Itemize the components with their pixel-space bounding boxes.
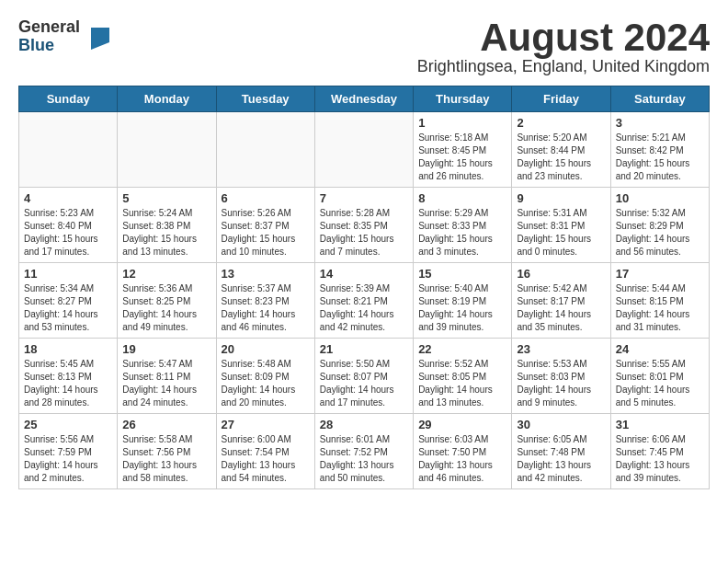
day-number: 24	[616, 342, 704, 356]
calendar-cell: 28Sunrise: 6:01 AMSunset: 7:52 PMDayligh…	[314, 414, 413, 489]
calendar-cell: 16Sunrise: 5:42 AMSunset: 8:17 PMDayligh…	[512, 263, 610, 339]
calendar-cell: 1Sunrise: 5:18 AMSunset: 8:45 PMDaylight…	[414, 112, 512, 188]
day-number: 25	[24, 418, 112, 431]
calendar-cell: 29Sunrise: 6:03 AMSunset: 7:50 PMDayligh…	[414, 414, 512, 489]
logo-blue-text: Blue	[18, 37, 80, 55]
calendar-cell: 4Sunrise: 5:23 AMSunset: 8:40 PMDaylight…	[19, 188, 118, 263]
week-row-0: 1Sunrise: 5:18 AMSunset: 8:45 PMDaylight…	[19, 112, 710, 188]
day-info: Sunrise: 5:58 AMSunset: 7:56 PMDaylight:…	[122, 433, 210, 485]
day-number: 1	[418, 116, 506, 130]
calendar-table: SundayMondayTuesdayWednesdayThursdayFrid…	[18, 86, 710, 489]
day-number: 5	[122, 191, 210, 205]
day-info: Sunrise: 5:23 AMSunset: 8:40 PMDaylight:…	[24, 207, 112, 259]
day-info: Sunrise: 5:53 AMSunset: 8:03 PMDaylight:…	[517, 358, 605, 409]
calendar-cell: 5Sunrise: 5:24 AMSunset: 8:38 PMDaylight…	[118, 188, 216, 263]
day-number: 15	[418, 267, 506, 281]
day-number: 28	[320, 418, 408, 431]
day-number: 9	[517, 191, 605, 205]
week-row-4: 25Sunrise: 5:56 AMSunset: 7:59 PMDayligh…	[19, 414, 710, 489]
calendar-cell: 10Sunrise: 5:32 AMSunset: 8:29 PMDayligh…	[610, 188, 709, 263]
calendar-cell: 11Sunrise: 5:34 AMSunset: 8:27 PMDayligh…	[19, 263, 118, 339]
calendar-cell	[118, 112, 216, 188]
week-row-1: 4Sunrise: 5:23 AMSunset: 8:40 PMDaylight…	[19, 188, 710, 263]
day-info: Sunrise: 5:29 AMSunset: 8:33 PMDaylight:…	[418, 207, 506, 259]
header-row: SundayMondayTuesdayWednesdayThursdayFrid…	[19, 86, 710, 112]
day-info: Sunrise: 5:34 AMSunset: 8:27 PMDaylight:…	[24, 282, 112, 334]
week-row-3: 18Sunrise: 5:45 AMSunset: 8:13 PMDayligh…	[19, 339, 710, 414]
day-info: Sunrise: 5:26 AMSunset: 8:37 PMDaylight:…	[222, 207, 310, 259]
day-number: 6	[222, 191, 310, 205]
day-info: Sunrise: 5:52 AMSunset: 8:05 PMDaylight:…	[418, 358, 506, 409]
day-number: 11	[24, 267, 112, 281]
day-info: Sunrise: 5:32 AMSunset: 8:29 PMDaylight:…	[616, 207, 704, 259]
header-tuesday: Tuesday	[216, 86, 314, 112]
day-info: Sunrise: 5:56 AMSunset: 7:59 PMDaylight:…	[24, 433, 112, 485]
day-info: Sunrise: 5:50 AMSunset: 8:07 PMDaylight:…	[320, 358, 408, 409]
day-number: 10	[616, 191, 704, 205]
day-info: Sunrise: 6:05 AMSunset: 7:48 PMDaylight:…	[517, 433, 605, 485]
day-info: Sunrise: 6:03 AMSunset: 7:50 PMDaylight:…	[418, 433, 506, 485]
calendar-cell: 2Sunrise: 5:20 AMSunset: 8:44 PMDaylight…	[512, 112, 610, 188]
day-number: 16	[517, 267, 605, 281]
logo-icon	[84, 24, 109, 50]
calendar-body: 1Sunrise: 5:18 AMSunset: 8:45 PMDaylight…	[19, 112, 710, 489]
day-number: 12	[122, 267, 210, 281]
calendar-cell	[19, 112, 118, 188]
day-number: 20	[222, 342, 310, 356]
day-number: 27	[222, 418, 310, 431]
day-info: Sunrise: 5:55 AMSunset: 8:01 PMDaylight:…	[616, 358, 704, 409]
calendar-cell	[314, 112, 413, 188]
header-friday: Friday	[512, 86, 610, 112]
calendar-cell: 23Sunrise: 5:53 AMSunset: 8:03 PMDayligh…	[512, 339, 610, 414]
day-info: Sunrise: 5:36 AMSunset: 8:25 PMDaylight:…	[122, 282, 210, 334]
calendar-cell: 26Sunrise: 5:58 AMSunset: 7:56 PMDayligh…	[118, 414, 216, 489]
calendar-cell: 13Sunrise: 5:37 AMSunset: 8:23 PMDayligh…	[216, 263, 314, 339]
page-header: General Blue August 2024 Brightlingsea, …	[18, 18, 710, 76]
calendar-cell: 30Sunrise: 6:05 AMSunset: 7:48 PMDayligh…	[512, 414, 610, 489]
day-info: Sunrise: 6:00 AMSunset: 7:54 PMDaylight:…	[222, 433, 310, 485]
day-info: Sunrise: 5:31 AMSunset: 8:31 PMDaylight:…	[517, 207, 605, 259]
day-number: 23	[517, 342, 605, 356]
header-monday: Monday	[118, 86, 216, 112]
calendar-cell: 6Sunrise: 5:26 AMSunset: 8:37 PMDaylight…	[216, 188, 314, 263]
calendar-cell: 24Sunrise: 5:55 AMSunset: 8:01 PMDayligh…	[610, 339, 709, 414]
day-number: 22	[418, 342, 506, 356]
header-thursday: Thursday	[414, 86, 512, 112]
day-number: 19	[122, 342, 210, 356]
day-info: Sunrise: 5:42 AMSunset: 8:17 PMDaylight:…	[517, 282, 605, 334]
day-info: Sunrise: 5:39 AMSunset: 8:21 PMDaylight:…	[320, 282, 408, 334]
svg-marker-0	[91, 28, 109, 50]
day-info: Sunrise: 6:06 AMSunset: 7:45 PMDaylight:…	[616, 433, 704, 485]
day-number: 18	[24, 342, 112, 356]
day-info: Sunrise: 5:24 AMSunset: 8:38 PMDaylight:…	[122, 207, 210, 259]
day-info: Sunrise: 6:01 AMSunset: 7:52 PMDaylight:…	[320, 433, 408, 485]
calendar-cell: 27Sunrise: 6:00 AMSunset: 7:54 PMDayligh…	[216, 414, 314, 489]
day-number: 21	[320, 342, 408, 356]
calendar-cell: 15Sunrise: 5:40 AMSunset: 8:19 PMDayligh…	[414, 263, 512, 339]
day-info: Sunrise: 5:18 AMSunset: 8:45 PMDaylight:…	[418, 132, 506, 183]
day-number: 7	[320, 191, 408, 205]
calendar-cell: 9Sunrise: 5:31 AMSunset: 8:31 PMDaylight…	[512, 188, 610, 263]
header-wednesday: Wednesday	[314, 86, 413, 112]
calendar-cell: 7Sunrise: 5:28 AMSunset: 8:35 PMDaylight…	[314, 188, 413, 263]
calendar-header: SundayMondayTuesdayWednesdayThursdayFrid…	[19, 86, 710, 112]
title-section: August 2024 Brightlingsea, England, Unit…	[417, 18, 710, 76]
week-row-2: 11Sunrise: 5:34 AMSunset: 8:27 PMDayligh…	[19, 263, 710, 339]
day-number: 29	[418, 418, 506, 431]
day-number: 26	[122, 418, 210, 431]
calendar-cell: 12Sunrise: 5:36 AMSunset: 8:25 PMDayligh…	[118, 263, 216, 339]
calendar-cell: 14Sunrise: 5:39 AMSunset: 8:21 PMDayligh…	[314, 263, 413, 339]
calendar-cell: 19Sunrise: 5:47 AMSunset: 8:11 PMDayligh…	[118, 339, 216, 414]
header-sunday: Sunday	[19, 86, 118, 112]
day-number: 30	[517, 418, 605, 431]
day-number: 17	[616, 267, 704, 281]
calendar-cell: 20Sunrise: 5:48 AMSunset: 8:09 PMDayligh…	[216, 339, 314, 414]
day-info: Sunrise: 5:44 AMSunset: 8:15 PMDaylight:…	[616, 282, 704, 334]
month-year-title: August 2024	[417, 18, 710, 57]
day-number: 3	[616, 116, 704, 130]
day-info: Sunrise: 5:37 AMSunset: 8:23 PMDaylight:…	[222, 282, 310, 334]
calendar-cell: 18Sunrise: 5:45 AMSunset: 8:13 PMDayligh…	[19, 339, 118, 414]
day-number: 8	[418, 191, 506, 205]
logo: General Blue	[18, 18, 109, 55]
day-info: Sunrise: 5:47 AMSunset: 8:11 PMDaylight:…	[122, 358, 210, 409]
